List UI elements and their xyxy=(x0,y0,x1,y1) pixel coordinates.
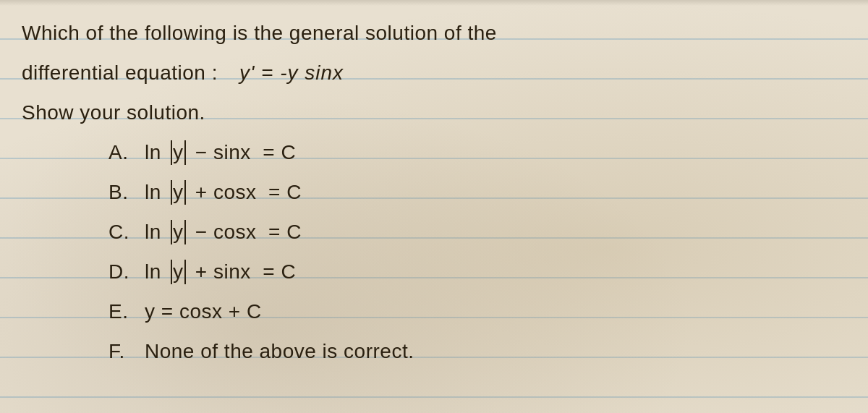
bar-left-c xyxy=(171,220,172,244)
question-line-1: Which of the following is the general so… xyxy=(22,13,846,53)
option-e-label: E. xyxy=(109,302,145,322)
option-e-expression: y = cosx + C xyxy=(145,302,262,322)
show-solution-text: Show your solution. xyxy=(22,103,205,123)
abs-val-b: y xyxy=(170,180,187,205)
option-c-expression: ln y − cosx = C xyxy=(145,220,302,244)
bar-left-d xyxy=(171,260,172,284)
equation-display: y' = -y sinx xyxy=(239,63,344,83)
bar-left-a xyxy=(171,140,172,165)
option-c-label: C. xyxy=(109,222,145,242)
option-f: F. None of the above is correct. xyxy=(109,331,846,371)
option-c: C. ln y − cosx = C xyxy=(109,212,846,252)
option-e: E. y = cosx + C xyxy=(109,291,846,331)
notebook-page: Which of the following is the general so… xyxy=(0,0,868,413)
question-line-3: Show your solution. xyxy=(22,93,846,132)
option-a: A. ln y − sinx = C xyxy=(109,132,846,172)
question-text-line1: Which of the following is the general so… xyxy=(22,23,497,43)
abs-val-c: y xyxy=(170,220,187,244)
option-b-expression: ln y + cosx = C xyxy=(145,180,302,205)
option-b: B. ln y + cosx = C xyxy=(109,172,846,212)
option-d-label: D. xyxy=(109,262,145,282)
abs-val-a: y xyxy=(170,140,187,165)
bar-right-d xyxy=(184,260,186,284)
page-content: Which of the following is the general so… xyxy=(0,0,868,413)
question-line-2: differential equation : y' = -y sinx xyxy=(22,53,846,93)
bar-right-a xyxy=(184,140,186,165)
option-d: D. ln y + sinx = C xyxy=(109,252,846,291)
option-a-expression: ln y − sinx = C xyxy=(145,140,296,165)
bar-right-c xyxy=(184,220,186,244)
option-f-label: F. xyxy=(109,341,145,362)
abs-val-d: y xyxy=(170,260,187,284)
options-container: A. ln y − sinx = C B. ln y + cosx = C C.… xyxy=(22,132,846,371)
option-d-expression: ln y + sinx = C xyxy=(145,260,296,284)
option-b-label: B. xyxy=(109,182,145,203)
bar-right-b xyxy=(184,180,186,205)
bar-left-b xyxy=(171,180,172,205)
question-text-line2-part1: differential equation : xyxy=(22,63,218,83)
option-a-label: A. xyxy=(109,142,145,163)
option-f-expression: None of the above is correct. xyxy=(145,341,414,362)
